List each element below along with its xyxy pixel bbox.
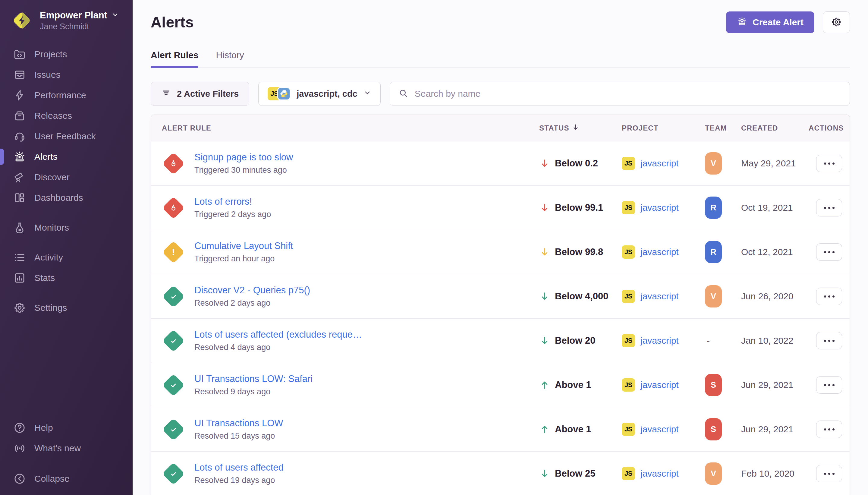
team-avatar: S [705, 418, 722, 441]
created-date: Jun 29, 2021 [741, 380, 809, 390]
tab-alert-rules[interactable]: Alert Rules [151, 50, 198, 68]
alert-rule-link[interactable]: Lots of users affected [194, 462, 283, 473]
project-link[interactable]: javascript [640, 291, 679, 302]
arrow-down-icon [539, 291, 550, 302]
alert-warning-icon: ! [162, 241, 185, 263]
project-link[interactable]: javascript [640, 158, 679, 169]
sidebar-item-performance[interactable]: Performance [0, 85, 133, 105]
sidebar-item-label: Issues [34, 70, 60, 80]
status-threshold: Below 0.2 [555, 158, 598, 169]
sidebar-item-alerts[interactable]: Alerts [0, 147, 133, 167]
row-actions-button[interactable] [816, 199, 842, 217]
sidebar-item-activity[interactable]: Activity [0, 247, 133, 268]
search-input[interactable] [415, 89, 841, 99]
sidebar-item-issues[interactable]: Issues [0, 65, 133, 85]
arrow-up-icon [539, 424, 550, 435]
org-logo-icon [10, 9, 33, 32]
alert-rule-link[interactable]: Lots of users affected (excludes reque… [194, 329, 362, 340]
row-actions-button[interactable] [816, 376, 842, 394]
settings-icon [13, 302, 26, 314]
project-link[interactable]: javascript [640, 424, 679, 434]
sidebar-item-label: Stats [34, 273, 55, 283]
status-cell: Below 20 [539, 335, 622, 346]
sidebar-item-releases[interactable]: Releases [0, 105, 133, 126]
column-header-team[interactable]: TEAM [705, 124, 741, 132]
sidebar-footer: HelpWhat's newCollapse [0, 417, 133, 495]
stats-icon [13, 272, 26, 284]
alert-rule-link[interactable]: Discover V2 - Queries p75() [194, 285, 310, 296]
alert-rule-link[interactable]: Signup page is too slow [194, 152, 293, 163]
table-row: UI Transactions LOW: SafariResolved 9 da… [151, 363, 850, 407]
team-avatar: S [705, 374, 722, 396]
column-header-project[interactable]: PROJECT [622, 124, 705, 132]
sidebar-item-settings[interactable]: Settings [0, 297, 133, 318]
created-date: Feb 10, 2020 [741, 468, 809, 479]
create-alert-button[interactable]: Create Alert [726, 12, 814, 33]
row-actions-button[interactable] [816, 421, 842, 438]
sidebar-item-label: What's new [34, 443, 81, 454]
alert-rule-status-note: Resolved 9 days ago [194, 387, 313, 396]
active-filters-button[interactable]: 2 Active Filters [151, 82, 249, 106]
javascript-icon: JS [622, 290, 635, 303]
dashboards-icon [13, 191, 26, 204]
project-link[interactable]: javascript [640, 380, 679, 390]
active-filters-label: 2 Active Filters [177, 89, 239, 99]
nav-section: Settings [0, 297, 133, 318]
table-row: UI Transactions LOWResolved 15 days agoA… [151, 407, 850, 451]
sidebar-item-user-feedback[interactable]: User Feedback [0, 126, 133, 147]
user-name: Jane Schmidt [40, 22, 119, 31]
column-header-created[interactable]: CREATED [741, 124, 809, 132]
sidebar-item-stats[interactable]: Stats [0, 268, 133, 288]
alert-rule-status-note: Resolved 19 days ago [194, 476, 283, 485]
sidebar-item-label: Help [34, 423, 53, 433]
project-link[interactable]: javascript [640, 468, 679, 479]
row-actions-button[interactable] [816, 155, 842, 172]
sidebar-item-collapse[interactable]: Collapse [0, 468, 133, 489]
search-field [390, 82, 850, 106]
tab-history[interactable]: History [216, 50, 244, 68]
alert-rule-link[interactable]: UI Transactions LOW: Safari [194, 374, 313, 385]
alert-rule-link[interactable]: Cumulative Layout Shift [194, 241, 293, 252]
settings-button[interactable] [823, 12, 850, 33]
status-cell: Above 1 [539, 424, 622, 435]
sidebar-item-dashboards[interactable]: Dashboards [0, 188, 133, 208]
sidebar-item-monitors[interactable]: Monitors [0, 217, 133, 238]
sidebar-item-label: User Feedback [34, 131, 96, 141]
sidebar-item-label: Discover [34, 172, 70, 182]
project-link[interactable]: javascript [640, 247, 679, 257]
table-body: Signup page is too slowTriggered 30 minu… [151, 141, 850, 495]
project-link[interactable]: javascript [640, 203, 679, 213]
project-filter-dropdown[interactable]: JS javascript, cdc [258, 82, 381, 106]
row-actions-button[interactable] [816, 465, 842, 482]
sidebar-item-label: Dashboards [34, 193, 83, 203]
javascript-icon: JS [622, 334, 635, 347]
sidebar-item-label: Releases [34, 110, 72, 121]
project-link[interactable]: javascript [640, 336, 679, 346]
sidebar-item-projects[interactable]: Projects [0, 44, 133, 65]
status-threshold: Above 1 [555, 379, 591, 390]
row-actions-button[interactable] [816, 243, 842, 261]
alert-critical-icon [162, 196, 185, 219]
alert-rule-link[interactable]: UI Transactions LOW [194, 418, 283, 429]
alert-rule-link[interactable]: Lots of errors! [194, 196, 271, 207]
sidebar-item-label: Activity [34, 252, 63, 262]
column-header-status[interactable]: STATUS [539, 123, 622, 133]
sort-desc-icon [572, 123, 579, 133]
alert-resolved-icon [162, 462, 185, 485]
sidebar-item-help[interactable]: Help [0, 417, 133, 438]
column-header-alert-rule[interactable]: ALERT RULE [151, 124, 539, 132]
team-avatar: R [705, 197, 722, 219]
org-switcher[interactable]: Empower Plant Jane Schmidt [10, 9, 124, 32]
row-actions-button[interactable] [816, 288, 842, 305]
nav-section: Monitors [0, 217, 133, 238]
status-cell: Below 0.2 [539, 158, 622, 169]
alert-resolved-icon [162, 374, 185, 396]
status-cell: Below 4,000 [539, 291, 622, 302]
page-title: Alerts [151, 14, 194, 31]
sidebar-item-discover[interactable]: Discover [0, 167, 133, 188]
sidebar-item-label: Collapse [34, 474, 70, 484]
row-actions-button[interactable] [816, 332, 842, 349]
gear-icon [831, 17, 842, 28]
issues-icon [13, 68, 26, 81]
sidebar-item-what-s-new[interactable]: What's new [0, 438, 133, 459]
